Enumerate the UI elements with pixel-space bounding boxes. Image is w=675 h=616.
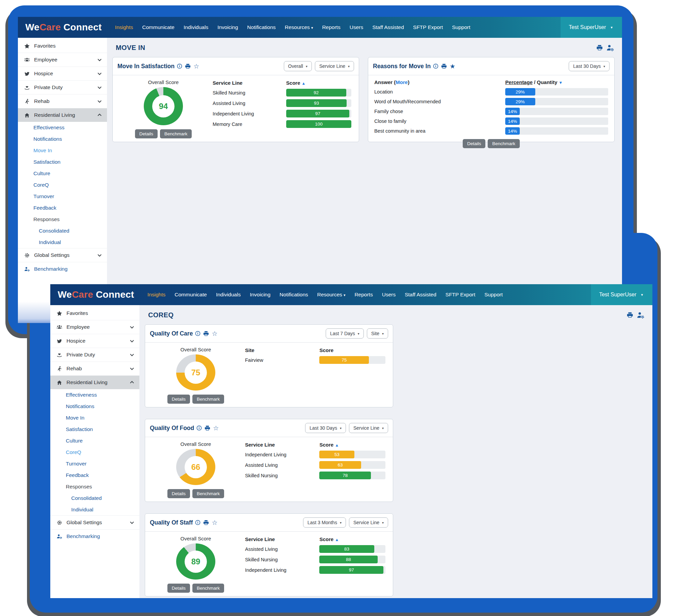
nav-resources[interactable]: Resources▾ bbox=[280, 17, 318, 38]
score-sort-header[interactable]: Score▲ bbox=[319, 536, 385, 542]
benchmark-button[interactable]: Benchmark bbox=[192, 489, 224, 498]
print-card-icon[interactable] bbox=[441, 63, 447, 70]
filter-site[interactable]: Site▾ bbox=[367, 328, 388, 339]
sidebar-item-residential-living[interactable]: Residential Living bbox=[50, 375, 139, 389]
sidebar-link-consolidated[interactable]: Consolidated bbox=[50, 492, 139, 504]
brand-logo[interactable]: WeCare Connect bbox=[18, 22, 110, 33]
filter-date-range[interactable]: Last 7 Days▾ bbox=[326, 328, 364, 339]
nav-insights[interactable]: Insights bbox=[110, 17, 137, 38]
sidebar-item-benchmarking[interactable]: Benchmarking bbox=[18, 262, 107, 276]
sidebar-link-feedback[interactable]: Feedback bbox=[18, 202, 107, 214]
sidebar-link-move-in[interactable]: Move In bbox=[50, 412, 139, 424]
sidebar-item-private-duty[interactable]: Private Duty bbox=[50, 348, 139, 361]
print-page-icon[interactable] bbox=[626, 312, 633, 319]
favorite-star-icon[interactable]: ☆ bbox=[212, 519, 217, 526]
print-card-icon[interactable] bbox=[204, 425, 211, 431]
sidebar-link-responses[interactable]: Responses bbox=[50, 481, 139, 492]
sidebar-item-rehab[interactable]: Rehab bbox=[18, 94, 107, 108]
print-card-icon[interactable] bbox=[185, 63, 191, 70]
filter-service-line[interactable]: Service Line▾ bbox=[349, 517, 388, 528]
user-settings-icon[interactable] bbox=[637, 312, 644, 319]
nav-staff-assisted[interactable]: Staff Assisted bbox=[400, 284, 441, 305]
sidebar-item-rehab[interactable]: Rehab bbox=[50, 361, 139, 375]
sidebar-item-residential-living[interactable]: Residential Living bbox=[18, 108, 107, 122]
nav-insights[interactable]: Insights bbox=[143, 284, 170, 305]
filter-overall[interactable]: Overall▾ bbox=[284, 61, 312, 71]
sidebar-item-favorites[interactable]: Favorites bbox=[18, 39, 107, 53]
sidebar-link-consolidated[interactable]: Consolidated bbox=[18, 225, 107, 237]
details-button[interactable]: Details bbox=[167, 395, 190, 404]
benchmark-button[interactable]: Benchmark bbox=[192, 584, 224, 593]
favorite-star-icon[interactable]: ☆ bbox=[193, 63, 199, 70]
sidebar-link-satisfaction[interactable]: Satisfaction bbox=[18, 156, 107, 168]
sidebar-link-culture[interactable]: Culture bbox=[50, 435, 139, 447]
favorite-star-icon[interactable]: ☆ bbox=[212, 330, 217, 337]
sidebar-item-favorites[interactable]: Favorites bbox=[50, 306, 139, 320]
sidebar-item-global-settings[interactable]: Global Settings bbox=[50, 515, 139, 529]
sidebar-link-turnover[interactable]: Turnover bbox=[18, 191, 107, 202]
sidebar-item-hospice[interactable]: Hospice bbox=[50, 334, 139, 348]
nav-users[interactable]: Users bbox=[345, 17, 368, 38]
nav-sftp-export[interactable]: SFTP Export bbox=[408, 17, 447, 38]
favorite-star-icon[interactable]: ☆ bbox=[213, 425, 219, 431]
favorite-star-icon[interactable]: ★ bbox=[450, 63, 455, 70]
sidebar-link-feedback[interactable]: Feedback bbox=[50, 470, 139, 481]
nav-communicate[interactable]: Communicate bbox=[170, 284, 212, 305]
nav-reports[interactable]: Reports bbox=[350, 284, 377, 305]
sidebar-link-turnover[interactable]: Turnover bbox=[50, 458, 139, 470]
nav-support[interactable]: Support bbox=[480, 284, 507, 305]
sidebar-link-coreq[interactable]: CoreQ bbox=[50, 447, 139, 458]
brand-logo[interactable]: WeCare Connect bbox=[50, 289, 143, 300]
sidebar-item-employee[interactable]: Employee bbox=[50, 320, 139, 334]
sidebar-item-private-duty[interactable]: Private Duty bbox=[18, 80, 107, 94]
details-button[interactable]: Details bbox=[167, 584, 190, 593]
sidebar-item-benchmarking[interactable]: Benchmarking bbox=[50, 529, 139, 543]
sidebar-link-satisfaction[interactable]: Satisfaction bbox=[50, 424, 139, 435]
print-card-icon[interactable] bbox=[203, 330, 209, 337]
nav-staff-assisted[interactable]: Staff Assisted bbox=[368, 17, 409, 38]
filter-date-range[interactable]: Last 3 Months▾ bbox=[303, 517, 346, 528]
filter-service-line[interactable]: Service Line▾ bbox=[349, 423, 388, 433]
benchmark-button[interactable]: Benchmark bbox=[488, 139, 519, 148]
sidebar-link-move-in[interactable]: Move In bbox=[18, 145, 107, 156]
user-settings-icon[interactable] bbox=[606, 44, 614, 52]
sidebar-link-notifications[interactable]: Notifications bbox=[50, 401, 139, 412]
sidebar-link-culture[interactable]: Culture bbox=[18, 168, 107, 179]
print-card-icon[interactable] bbox=[203, 519, 209, 526]
info-icon[interactable] bbox=[433, 63, 438, 69]
sidebar-link-effectiveness[interactable]: Effectiveness bbox=[50, 389, 139, 401]
benchmark-button[interactable]: Benchmark bbox=[192, 395, 224, 404]
sidebar-item-employee[interactable]: Employee bbox=[18, 53, 107, 66]
info-icon[interactable] bbox=[196, 425, 202, 431]
filter-date-range[interactable]: Last 30 Days▾ bbox=[305, 423, 346, 433]
details-button[interactable]: Details bbox=[167, 489, 190, 498]
sidebar-item-hospice[interactable]: Hospice bbox=[18, 66, 107, 80]
sidebar-link-effectiveness[interactable]: Effectiveness bbox=[18, 122, 107, 133]
nav-sftp-export[interactable]: SFTP Export bbox=[441, 284, 480, 305]
nav-support[interactable]: Support bbox=[448, 17, 475, 38]
sidebar-link-notifications[interactable]: Notifications bbox=[18, 133, 107, 145]
print-page-icon[interactable] bbox=[596, 44, 603, 51]
details-button[interactable]: Details bbox=[135, 129, 158, 138]
nav-reports[interactable]: Reports bbox=[318, 17, 345, 38]
sidebar-item-global-settings[interactable]: Global Settings bbox=[18, 248, 107, 262]
user-menu[interactable]: Test SuperUser▾ bbox=[561, 17, 622, 38]
nav-notifications[interactable]: Notifications bbox=[243, 17, 280, 38]
info-icon[interactable] bbox=[195, 331, 200, 336]
score-sort-header[interactable]: Score▲ bbox=[286, 80, 351, 86]
nav-individuals[interactable]: Individuals bbox=[179, 17, 213, 38]
filter-service-line[interactable]: Service Line▾ bbox=[315, 61, 354, 71]
nav-individuals[interactable]: Individuals bbox=[211, 284, 245, 305]
nav-users[interactable]: Users bbox=[377, 284, 400, 305]
info-icon[interactable] bbox=[195, 520, 200, 525]
nav-invoicing[interactable]: Invoicing bbox=[213, 17, 243, 38]
filter-date-range[interactable]: Last 30 Days▾ bbox=[569, 61, 610, 71]
sidebar-link-responses[interactable]: Responses bbox=[18, 214, 107, 225]
sidebar-link-individual[interactable]: Individual bbox=[50, 504, 139, 515]
sidebar-link-coreq[interactable]: CoreQ bbox=[18, 179, 107, 191]
benchmark-button[interactable]: Benchmark bbox=[160, 129, 192, 138]
percentage-quantity-header[interactable]: Percentage / Quantity▼ bbox=[505, 79, 608, 85]
info-icon[interactable] bbox=[177, 63, 182, 69]
more-link[interactable]: More bbox=[396, 79, 408, 85]
nav-communicate[interactable]: Communicate bbox=[138, 17, 179, 38]
